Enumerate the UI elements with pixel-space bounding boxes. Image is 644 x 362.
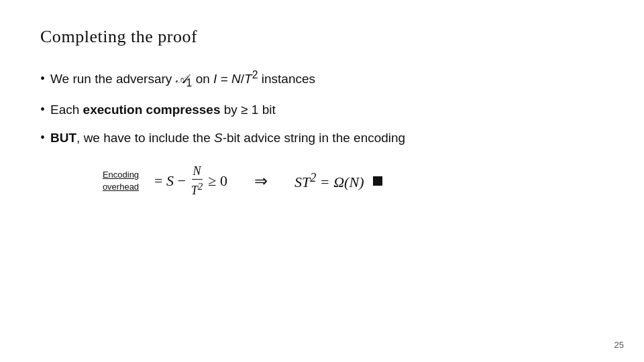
formula-fraction: N T2 — [190, 164, 205, 198]
qed-square — [373, 176, 382, 186]
result-expression: ST2 = Ω(N) — [294, 171, 364, 191]
bullet-1: We run the adversary 𝒜1 on I = N/T2 inst… — [40, 67, 604, 91]
slide: Completing the proof We run the adversar… — [0, 0, 644, 362]
formula-expression: = S − N T2 ≥ 0 — [154, 164, 227, 198]
bullet-1-text: We run the adversary 𝒜1 on I = N/T2 inst… — [50, 67, 315, 91]
encoding-overhead-label: Encoding overhead — [94, 169, 148, 193]
math-block: Encoding overhead = S − N T2 ≥ 0 ⇒ ST2 =… — [94, 164, 604, 198]
bullet-2-text: Each execution compresses by ≥ 1 bit — [50, 101, 276, 120]
fraction-denominator: T2 — [190, 180, 205, 198]
bullet-3: BUT, we have to include the S-bit advice… — [40, 127, 604, 148]
page-number: 25 — [614, 340, 624, 350]
fraction-numerator: N — [192, 164, 203, 180]
implies-arrow: ⇒ — [254, 172, 268, 190]
formula-geq: ≥ 0 — [208, 172, 227, 190]
result-formula: ST2 = Ω(N) — [294, 171, 383, 191]
bullet-2: Each execution compresses by ≥ 1 bit — [40, 99, 604, 120]
formula-equals: = S − — [154, 172, 186, 190]
bullet-3-text: BUT, we have to include the S-bit advice… — [50, 129, 405, 148]
bullet-list: We run the adversary 𝒜1 on I = N/T2 inst… — [40, 67, 604, 148]
slide-title: Completing the proof — [40, 27, 604, 47]
